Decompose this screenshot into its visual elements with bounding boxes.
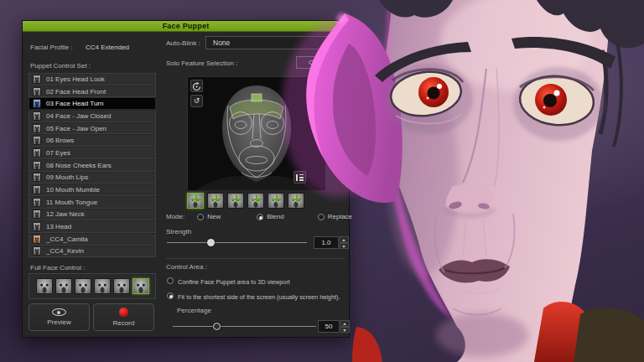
strength-slider[interactable] xyxy=(167,239,307,246)
control-set-item[interactable]: _CC4_Camila xyxy=(29,234,156,246)
preset-list-icon[interactable] xyxy=(293,171,306,184)
close-icon[interactable]: ✕ xyxy=(336,22,345,30)
control-set-item[interactable]: 02 Face Head Front xyxy=(29,86,156,98)
spinner-up[interactable] xyxy=(340,320,350,327)
spinner-down[interactable] xyxy=(340,327,350,334)
control-set-item[interactable]: 07 Eyes xyxy=(29,147,156,159)
control-set-item[interactable]: _CC4_Kevin xyxy=(29,246,156,258)
face-icon xyxy=(33,198,41,207)
facial-profile-label: Facial Profile : xyxy=(30,44,73,51)
strength-slider-handle[interactable] xyxy=(207,239,215,246)
rotate-ccw-icon[interactable]: ↺ xyxy=(190,95,203,107)
puppet-control-set-label: Puppet Control Set : xyxy=(30,62,91,70)
solo-feature-thumb[interactable] xyxy=(288,193,304,209)
control-set-item-label: 09 Mouth Lips xyxy=(46,173,88,181)
face-icon xyxy=(33,87,41,96)
face-puppet-dialog: Face Puppet ✕ Facial Profile : CC4 Exten… xyxy=(22,20,350,338)
control-area-option-label: Confine Face Puppet area to 3D viewport xyxy=(178,278,290,286)
divider xyxy=(166,258,345,259)
solo-feature-thumb[interactable] xyxy=(267,193,284,209)
face-icon xyxy=(33,148,41,158)
spinner-down[interactable] xyxy=(340,243,349,250)
solo-feature-thumb[interactable] xyxy=(247,193,264,209)
chevron-down-icon: ▼ xyxy=(336,40,340,45)
mode-option-label: New xyxy=(207,213,221,220)
eraser-icon[interactable] xyxy=(309,80,322,92)
mode-row: Mode: New Blend Replace xyxy=(166,213,345,220)
face-icon xyxy=(33,185,41,194)
control-set-item[interactable]: 13 Head xyxy=(29,221,156,233)
mode-option-label: Replace xyxy=(328,213,352,220)
solo-feature-label: Solo Feature Selection : xyxy=(166,59,237,67)
full-face-thumb[interactable] xyxy=(94,278,111,294)
control-set-item[interactable]: 06 Brows xyxy=(29,135,156,147)
full-face-control-label: Full Face Control : xyxy=(30,264,85,272)
rotate-cw-icon[interactable]: ↻ xyxy=(309,95,322,107)
preview-button[interactable]: Preview xyxy=(29,303,90,331)
control-set-item[interactable]: 09 Mouth Lips xyxy=(29,173,156,184)
control-set-item[interactable]: 10 Mouth Mumble xyxy=(29,184,156,196)
strength-slider-track xyxy=(167,242,307,243)
control-area-option-label: Fit to the shortest side of the screen (… xyxy=(178,293,340,301)
solo-feature-thumb[interactable] xyxy=(207,193,224,209)
face-icon xyxy=(33,161,41,170)
strength-spinbox: 1.0 xyxy=(314,236,349,249)
control-set-item[interactable]: 01 Eyes Head Look xyxy=(29,74,156,85)
spinner-up[interactable] xyxy=(340,236,349,243)
eye-icon xyxy=(52,308,66,316)
control-set-item-label: 05 Face - Jaw Open xyxy=(46,125,106,132)
mode-radio-new[interactable] xyxy=(197,214,204,220)
control-area-radio-confine[interactable] xyxy=(167,277,174,284)
auto-blink-select[interactable]: None ▼ xyxy=(205,36,345,49)
control-set-item[interactable]: 05 Face - Jaw Open xyxy=(29,123,156,135)
solo-feature-custom-button[interactable]: Custom xyxy=(296,56,345,69)
control-set-item-label: 06 Brows xyxy=(46,137,74,144)
face-icon xyxy=(33,209,41,219)
face-icon xyxy=(33,111,41,121)
control-set-item-label: 11 Mouth Tongue xyxy=(46,199,97,206)
mode-radio-blend[interactable] xyxy=(257,214,263,220)
control-set-item[interactable]: 11 Mouth Tongue xyxy=(29,197,156,209)
control-set-item-label: 04 Face - Jaw Closed xyxy=(46,112,111,120)
percentage-slider-track xyxy=(173,326,316,327)
full-face-thumb-selected[interactable] xyxy=(132,278,149,294)
strength-value: 1.0 xyxy=(314,236,339,249)
face-icon xyxy=(33,246,41,256)
app-screenshot: Face Puppet ✕ Facial Profile : CC4 Exten… xyxy=(0,0,644,362)
control-set-item-label: 03 Face Head Turn xyxy=(46,100,103,107)
mode-option-label: Blend xyxy=(267,213,283,220)
control-set-item[interactable]: 12 Jaw Neck xyxy=(29,209,156,221)
control-set-item-label: 10 Mouth Mumble xyxy=(46,186,100,194)
dialog-titlebar[interactable]: Face Puppet ✕ xyxy=(23,21,349,32)
percentage-spinbox: 50 xyxy=(318,320,350,333)
full-face-thumb[interactable] xyxy=(55,278,72,294)
preview-button-label: Preview xyxy=(47,318,70,326)
solo-feature-thumbnails xyxy=(187,193,304,209)
percentage-label: Percentage xyxy=(177,307,211,314)
full-face-thumb[interactable] xyxy=(113,278,130,294)
strength-label: Strength xyxy=(166,228,191,235)
control-set-item-label: 08 Nose Cheeks Ears xyxy=(46,162,112,169)
face-icon xyxy=(33,222,41,231)
control-set-item-selected[interactable]: 03 Face Head Turn xyxy=(29,98,156,110)
percentage-value: 50 xyxy=(318,320,340,333)
percentage-slider-handle[interactable] xyxy=(213,323,221,330)
solo-feature-thumb[interactable] xyxy=(227,193,244,209)
face-icon xyxy=(33,99,41,108)
record-button-label: Record xyxy=(113,319,135,327)
solo-feature-thumb-selected[interactable] xyxy=(187,193,204,209)
control-set-item-label: _CC4_Camila xyxy=(46,235,88,243)
orbit-rotate-icon[interactable] xyxy=(190,80,203,92)
record-button[interactable]: Record xyxy=(93,303,154,331)
full-face-thumb[interactable] xyxy=(75,278,91,294)
control-area-radio-fit[interactable] xyxy=(167,292,174,299)
control-set-item[interactable]: 04 Face - Jaw Closed xyxy=(29,111,156,122)
percentage-slider[interactable] xyxy=(173,323,316,330)
face-icon xyxy=(33,136,41,145)
control-area-label: Control Area : xyxy=(166,263,207,271)
full-face-thumb[interactable] xyxy=(36,278,53,294)
face-puppet-preview-panel[interactable]: ↺ ↻ xyxy=(187,76,325,189)
control-set-item[interactable]: 08 Nose Cheeks Ears xyxy=(29,160,156,172)
control-set-item-label: 01 Eyes Head Look xyxy=(46,75,105,83)
mode-radio-replace[interactable] xyxy=(318,214,325,220)
